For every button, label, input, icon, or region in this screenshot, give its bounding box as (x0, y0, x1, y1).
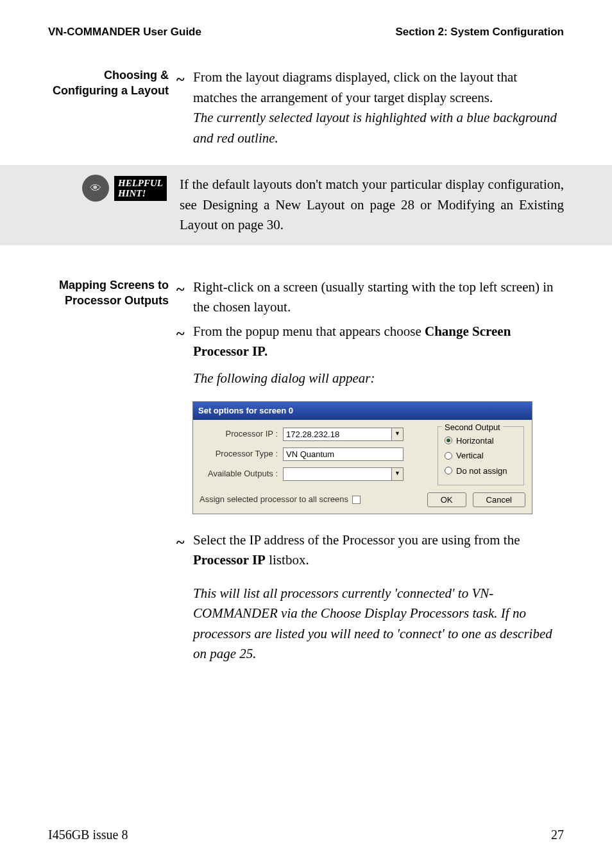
bullet-marker: ~ (176, 322, 193, 362)
radio-do-not-assign[interactable]: Do not assign (445, 465, 517, 478)
hint-label: HELPFUL HINT! (114, 176, 167, 201)
header-left: VN-COMMANDER User Guide (48, 26, 201, 39)
groupbox-title: Second Output (442, 421, 503, 434)
set-options-dialog: Set options for screen 0 Processor IP : … (192, 401, 532, 514)
available-outputs-input[interactable] (283, 467, 392, 481)
checkbox-icon[interactable] (352, 496, 361, 504)
dialog-title: Set options for screen 0 (193, 402, 532, 420)
available-outputs-label: Available Outputs : (200, 467, 283, 480)
second-output-groupbox: Second Output Horizontal Vertical (438, 426, 524, 486)
available-outputs-dropdown[interactable]: ▼ (283, 467, 404, 481)
bullet-marker: ~ (176, 530, 193, 571)
processor-ip-input[interactable] (283, 428, 392, 441)
section2-bullet1: Right-click on a screen (usually startin… (193, 277, 564, 318)
processor-ip-label: Processor IP : (200, 428, 283, 440)
hint-icon (82, 175, 109, 202)
section1-bullet1: From the layout diagrams displayed, clic… (193, 67, 564, 148)
section2-bullet3: Select the IP address of the Processor y… (193, 530, 564, 571)
bullet-marker: ~ (176, 277, 193, 318)
radio-icon (445, 467, 452, 474)
processor-type-label: Processor Type : (200, 447, 283, 460)
hint-text: If the default layouts don't match your … (180, 175, 599, 236)
footer-issue: I456GB issue 8 (48, 828, 128, 842)
page-header: VN-COMMANDER User Guide Section 2: Syste… (48, 26, 564, 39)
ok-button[interactable]: OK (427, 492, 466, 507)
chevron-down-icon[interactable]: ▼ (392, 467, 404, 481)
cancel-button[interactable]: Cancel (473, 492, 525, 507)
footer-page-number: 27 (551, 828, 564, 842)
radio-icon (445, 452, 452, 460)
page-footer: I456GB issue 8 27 (48, 828, 564, 842)
section2-italic1: The following dialog will appear: (193, 369, 564, 389)
chevron-down-icon[interactable]: ▼ (392, 428, 404, 441)
radio-vertical[interactable]: Vertical (445, 449, 517, 462)
section2-italic2: This will list all processors currently … (193, 584, 564, 664)
section-heading-choosing: Choosing & Configuring a Layout (48, 67, 176, 152)
radio-horizontal[interactable]: Horizontal (445, 435, 517, 447)
section1-italic1: The currently selected layout is highlig… (193, 108, 564, 148)
header-right: Section 2: System Configuration (395, 26, 564, 39)
hint-box: HELPFUL HINT! If the default layouts don… (0, 165, 612, 245)
section2-bullet2: From the popup menu that appears choose … (193, 322, 564, 362)
radio-icon (445, 437, 452, 444)
processor-type-input[interactable] (283, 447, 404, 461)
section-heading-mapping: Mapping Screens to Processor Outputs (48, 277, 176, 664)
assign-all-checkbox-row[interactable]: Assign selected processor to all screens (200, 493, 421, 506)
bullet-marker: ~ (176, 67, 193, 148)
processor-ip-dropdown[interactable]: ▼ (283, 428, 404, 441)
